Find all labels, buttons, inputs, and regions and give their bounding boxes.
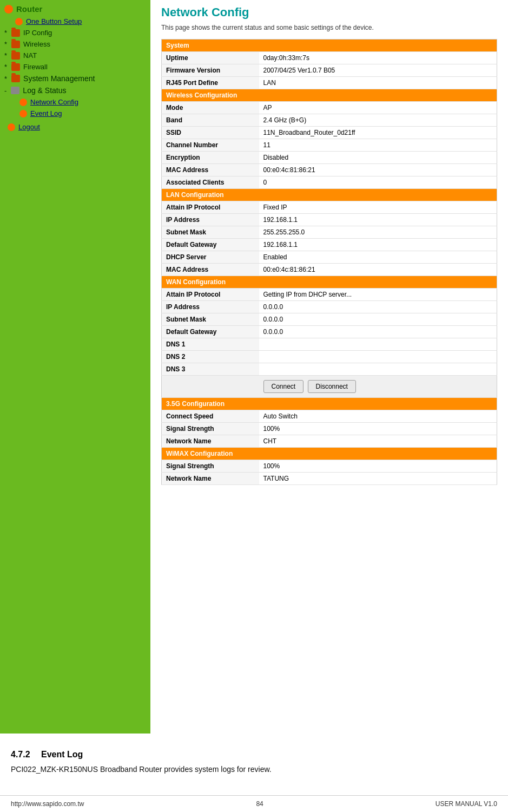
field-lan-ip-value: 192.168.1.1 <box>259 214 497 226</box>
field-mac-w-label: MAC Address <box>162 164 259 176</box>
table-row: IP Address 0.0.0.0 <box>162 301 497 313</box>
table-row: MAC Address 00:e0:4c:81:86:21 <box>162 164 497 176</box>
sidebar-item-system-management[interactable]: * System Management <box>0 73 150 84</box>
field-channel-label: Channel Number <box>162 139 259 152</box>
field-dns1-value <box>259 338 497 351</box>
firewall-label: Firewall <box>23 63 48 71</box>
field-3g-signal-value: 100% <box>259 423 497 435</box>
wireless-folder-icon <box>11 41 20 48</box>
one-button-setup-label[interactable]: One Button Setup <box>26 17 82 25</box>
table-row: Subnet Mask 0.0.0.0 <box>162 313 497 326</box>
field-mode-value: AP <box>259 102 497 114</box>
field-lan-attain-label: Attain IP Protocol <box>162 201 259 214</box>
field-lan-mac-label: MAC Address <box>162 264 259 276</box>
event-log-icon <box>19 110 27 117</box>
section-header-lan: LAN Configuration <box>162 189 497 201</box>
disconnect-button[interactable]: Disconnect <box>308 380 356 393</box>
table-row: DNS 3 <box>162 363 497 376</box>
table-row: Uptime 0day:0h:33m:7s <box>162 52 497 64</box>
field-dhcp-value: Enabled <box>259 251 497 264</box>
sidebar-item-firewall[interactable]: * Firewall <box>0 61 150 73</box>
field-dns3-label: DNS 3 <box>162 363 259 376</box>
field-connect-speed-value: Auto Switch <box>259 410 497 423</box>
field-lan-ip-label: IP Address <box>162 214 259 226</box>
table-row: Default Gateway 0.0.0.0 <box>162 326 497 338</box>
sidebar-item-event-log[interactable]: Event Log <box>0 108 150 119</box>
field-wan-gateway-label: Default Gateway <box>162 326 259 338</box>
page-wrapper: Router One Button Setup * IP Config * Wi… <box>0 0 508 812</box>
section-system: System <box>162 40 497 52</box>
sidebar-item-ip-config[interactable]: * IP Config <box>0 27 150 38</box>
log-status-icon <box>11 87 19 94</box>
network-config-icon <box>19 99 27 106</box>
page-title: Network Config <box>161 5 497 19</box>
section-wan: WAN Configuration <box>162 276 497 289</box>
btn-cell: Connect Disconnect <box>259 376 497 398</box>
table-row: DNS 1 <box>162 338 497 351</box>
table-row: Signal Strength 100% <box>162 423 497 435</box>
section-header-wireless: Wireless Configuration <box>162 89 497 102</box>
field-wimax-signal-value: 100% <box>259 460 497 473</box>
network-config-label[interactable]: Network Config <box>30 98 78 106</box>
field-lan-gateway-value: 192.168.1.1 <box>259 239 497 251</box>
sidebar-item-logout[interactable]: Logout <box>0 121 150 133</box>
field-dns2-value <box>259 351 497 363</box>
field-mac-w-value: 00:e0:4c:81:86:21 <box>259 164 497 176</box>
field-lan-attain-value: Fixed IP <box>259 201 497 214</box>
field-dns1-label: DNS 1 <box>162 338 259 351</box>
section-header-system: System <box>162 40 497 52</box>
field-wan-subnet-value: 0.0.0.0 <box>259 313 497 326</box>
field-lan-subnet-value: 255.255.255.0 <box>259 226 497 239</box>
sidebar-item-nat[interactable]: * NAT <box>0 50 150 61</box>
ip-config-label: IP Config <box>23 29 52 37</box>
sidebar-item-network-config[interactable]: Network Config <box>0 96 150 108</box>
field-wan-gateway-value: 0.0.0.0 <box>259 326 497 338</box>
field-uptime-label: Uptime <box>162 52 259 64</box>
field-lan-gateway-label: Default Gateway <box>162 239 259 251</box>
nat-label: NAT <box>23 51 37 60</box>
field-connect-speed-label: Connect Speed <box>162 410 259 423</box>
field-associated-label: Associated Clients <box>162 176 259 189</box>
event-log-label[interactable]: Event Log <box>30 109 62 117</box>
sidebar-item-wireless[interactable]: * Wireless <box>0 38 150 50</box>
table-row: Subnet Mask 255.255.255.0 <box>162 226 497 239</box>
sidebar-item-one-button-setup[interactable]: One Button Setup <box>0 16 150 27</box>
lower-content: 4.7.2 Event Log PCI022_MZK-KR150NUS Broa… <box>0 734 508 795</box>
main-area: Router One Button Setup * IP Config * Wi… <box>0 0 508 734</box>
logout-label[interactable]: Logout <box>18 123 40 131</box>
table-row: Signal Strength 100% <box>162 460 497 473</box>
footer-url: http://www.sapido.com.tw <box>11 800 84 808</box>
section-header-3g: 3.5G Configuration <box>162 398 497 410</box>
field-rj45-value: LAN <box>259 77 497 89</box>
field-wimax-network-value: TATUNG <box>259 473 497 485</box>
section-wimax: WiMAX Configuration <box>162 448 497 460</box>
section-lan: LAN Configuration <box>162 189 497 201</box>
footer-page: 84 <box>256 800 263 808</box>
field-dhcp-label: DHCP Server <box>162 251 259 264</box>
page-desc: This page shows the current status and s… <box>161 24 497 31</box>
section-heading: 4.7.2 Event Log <box>11 750 497 759</box>
sidebar-item-log-status[interactable]: - Log & Status <box>0 84 150 96</box>
field-wan-ip-value: 0.0.0.0 <box>259 301 497 313</box>
table-row: RJ45 Port Define LAN <box>162 77 497 89</box>
table-row: Attain IP Protocol Fixed IP <box>162 201 497 214</box>
table-row: MAC Address 00:e0:4c:81:86:21 <box>162 264 497 276</box>
field-lan-subnet-label: Subnet Mask <box>162 226 259 239</box>
log-status-label: Log & Status <box>23 86 66 95</box>
field-associated-value: 0 <box>259 176 497 189</box>
table-row: IP Address 192.168.1.1 <box>162 214 497 226</box>
field-3g-network-label: Network Name <box>162 435 259 448</box>
field-rj45-label: RJ45 Port Define <box>162 77 259 89</box>
table-row: SSID 11N_Broadband_Router_0d21ff <box>162 127 497 139</box>
field-firmware-label: Firmware Version <box>162 64 259 77</box>
field-3g-network-value: CHT <box>259 435 497 448</box>
section-3g: 3.5G Configuration <box>162 398 497 410</box>
table-row: Network Name CHT <box>162 435 497 448</box>
section-header-wan: WAN Configuration <box>162 276 497 289</box>
field-channel-value: 11 <box>259 139 497 152</box>
connect-button[interactable]: Connect <box>263 380 304 393</box>
field-mode-label: Mode <box>162 102 259 114</box>
table-row: Encryption Disabled <box>162 152 497 164</box>
wireless-label: Wireless <box>23 40 50 48</box>
section-wireless: Wireless Configuration <box>162 89 497 102</box>
